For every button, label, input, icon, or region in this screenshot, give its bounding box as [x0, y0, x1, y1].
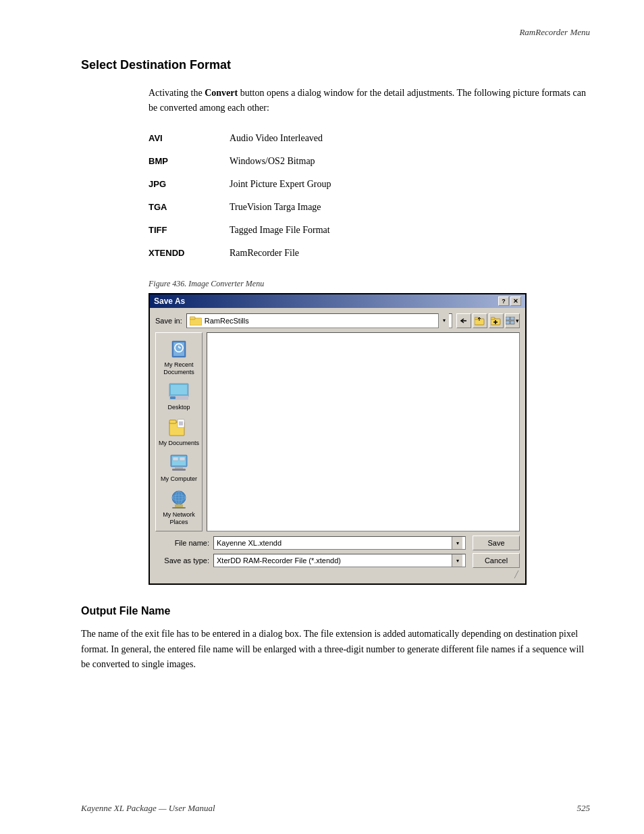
section-title: Select Destination Format	[81, 58, 590, 72]
sidebar-item-desktop[interactable]: Desktop	[157, 381, 200, 411]
view-menu-button[interactable]: ▾	[505, 313, 520, 328]
desktop-icon	[168, 381, 190, 402]
save-as-type-input[interactable]: XterDD RAM-Recorder File (*.xtendd) ▾	[213, 554, 466, 567]
file-name-input[interactable]: Kayenne XL.xtendd ▾	[213, 536, 466, 550]
output-section-text: The name of the exit file has to be ente…	[81, 627, 590, 672]
save-as-type-row: Save as type: XterDD RAM-Recorder File (…	[155, 553, 520, 568]
format-row-tiff: TIFF Tagged Image File Format	[149, 225, 590, 236]
page: RamRecorder Menu Select Destination Form…	[0, 0, 644, 834]
my-recent-documents-icon	[168, 338, 190, 360]
save-button[interactable]: Save	[473, 536, 520, 550]
intro-text: Activating the Convert button opens a di…	[149, 86, 590, 116]
format-row-avi: AVI Audio Video Interleaved	[149, 133, 590, 144]
up-folder-button[interactable]	[473, 313, 487, 328]
back-arrow-icon	[460, 317, 468, 324]
cancel-button-container: Cancel	[473, 553, 520, 568]
svg-rect-10	[510, 317, 514, 320]
svg-rect-6	[491, 317, 495, 319]
save-in-dropdown-arrow[interactable]: ▾	[438, 313, 449, 328]
view-menu-icon	[506, 317, 515, 325]
save-in-row: Save in: RamRecStills ▾	[155, 313, 520, 328]
figure-caption: Figure 436. Image Converter Menu	[149, 279, 590, 289]
svg-rect-19	[171, 385, 187, 394]
svg-rect-11	[506, 321, 510, 324]
cancel-button[interactable]: Cancel	[473, 553, 520, 568]
page-footer: Kayenne XL Package — User Manual 525	[0, 803, 644, 814]
svg-rect-32	[173, 457, 178, 461]
svg-rect-9	[506, 317, 510, 320]
svg-rect-33	[180, 457, 185, 461]
sidebar-item-my-documents[interactable]: My Documents	[157, 417, 200, 447]
format-row-xtendd: XTENDD RamRecorder File	[149, 248, 590, 259]
sidebar-item-my-computer[interactable]: My Computer	[157, 452, 200, 483]
up-folder-icon	[475, 316, 485, 325]
resize-handle[interactable]: ╱	[155, 571, 520, 578]
dialog-main-area: My RecentDocuments	[155, 332, 520, 532]
dialog-titlebar: Save As ? ✕	[150, 294, 525, 308]
my-documents-label: My Documents	[159, 440, 199, 447]
dialog-help-button[interactable]: ?	[498, 296, 509, 306]
view-dropdown-arrow: ▾	[516, 317, 519, 324]
folder-icon	[190, 316, 202, 325]
svg-rect-23	[169, 420, 176, 423]
titlebar-buttons: ? ✕	[498, 296, 521, 306]
format-row-jpg: JPG Joint Picture Expert Group	[149, 179, 590, 190]
svg-rect-40	[172, 507, 186, 509]
format-row-tga: TGA TrueVision Targa Image	[149, 202, 590, 213]
page-header: RamRecorder Menu	[81, 27, 590, 38]
file-name-dropdown-arrow[interactable]: ▾	[452, 537, 462, 549]
save-in-value: RamRecStills	[205, 317, 249, 325]
save-in-combo[interactable]: RamRecStills ▾	[186, 313, 452, 328]
svg-rect-39	[175, 504, 183, 507]
my-computer-icon	[168, 452, 190, 474]
my-network-label: My NetworkPlaces	[163, 511, 195, 526]
sidebar-item-my-recent[interactable]: My RecentDocuments	[157, 338, 200, 376]
dialog-close-button[interactable]: ✕	[510, 296, 521, 306]
svg-rect-21	[170, 396, 176, 399]
format-row-bmp: BMP Windows/OS2 Bitmap	[149, 156, 590, 167]
svg-rect-30	[175, 467, 183, 469]
desktop-label: Desktop	[167, 404, 190, 411]
dialog-sidebar: My RecentDocuments	[155, 332, 203, 532]
my-documents-icon	[168, 417, 190, 438]
new-folder-icon	[491, 316, 502, 325]
my-recent-documents-label: My RecentDocuments	[163, 361, 194, 376]
back-button[interactable]	[456, 313, 471, 328]
svg-rect-12	[510, 321, 514, 324]
save-as-type-dropdown-arrow[interactable]: ▾	[452, 554, 462, 567]
output-section: Output File Name The name of the exit fi…	[81, 605, 590, 672]
new-folder-button[interactable]	[489, 313, 504, 328]
save-as-dialog: Save As ? ✕ Save in: RamRecStills ▾	[149, 293, 527, 585]
my-computer-label: My Computer	[161, 475, 197, 483]
dialog-bottom: File name: Kayenne XL.xtendd ▾ Save Save…	[155, 536, 520, 578]
footer-left: Kayenne XL Package — User Manual	[81, 803, 215, 814]
dialog-body: Save in: RamRecStills ▾	[150, 308, 525, 584]
svg-rect-1	[190, 317, 195, 319]
svg-rect-31	[172, 469, 186, 471]
file-name-label: File name:	[155, 539, 209, 547]
output-section-title: Output File Name	[81, 605, 590, 617]
save-as-type-label: Save as type:	[155, 556, 209, 565]
save-in-label: Save in:	[155, 317, 182, 325]
toolbar-buttons: ▾	[456, 313, 520, 328]
file-name-row: File name: Kayenne XL.xtendd ▾ Save	[155, 536, 520, 550]
sidebar-item-my-network[interactable]: My NetworkPlaces	[157, 488, 200, 526]
dialog-action-buttons: Save	[473, 536, 520, 550]
dialog-title: Save As	[154, 296, 185, 306]
footer-right: 525	[577, 803, 591, 814]
my-network-places-icon	[168, 488, 190, 510]
format-table: AVI Audio Video Interleaved BMP Windows/…	[149, 133, 590, 259]
file-area	[207, 332, 520, 532]
